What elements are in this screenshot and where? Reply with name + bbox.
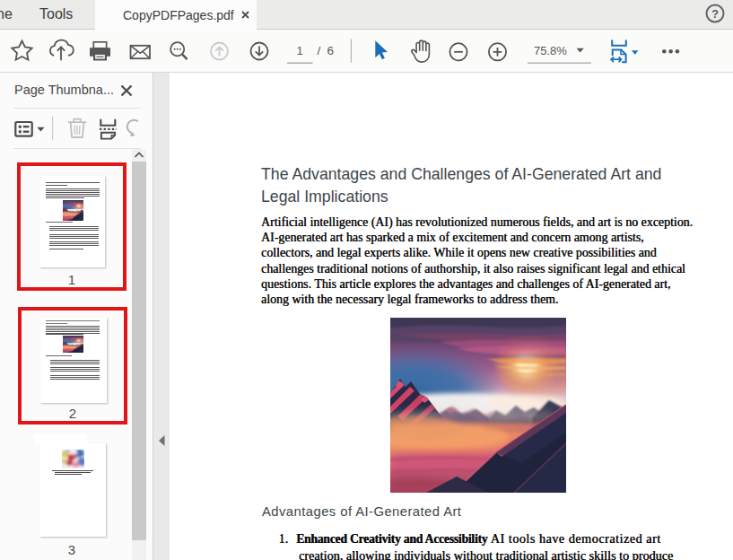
svg-text:?: ? bbox=[711, 8, 719, 21]
svg-text:1: 1 bbox=[297, 44, 303, 57]
svg-text:75.8%: 75.8% bbox=[534, 44, 567, 57]
svg-text:6: 6 bbox=[327, 44, 335, 57]
svg-text:/: / bbox=[318, 44, 321, 57]
